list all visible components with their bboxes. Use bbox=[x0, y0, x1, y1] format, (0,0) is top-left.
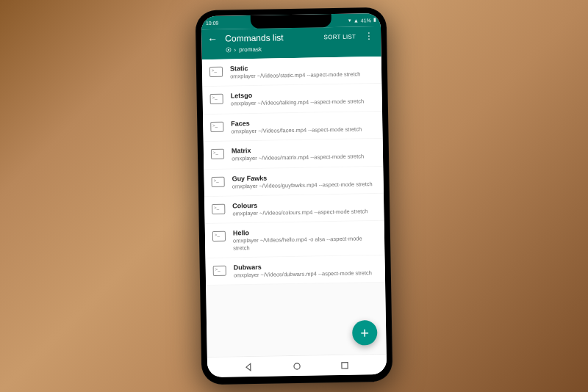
list-item[interactable]: Letsgoomxplayer ~/Videos/talking.mp4 --a… bbox=[202, 84, 382, 115]
status-time: 10:09 bbox=[206, 20, 219, 25]
commands-list[interactable]: Staticomxplayer ~/Videos/static.mp4 --as… bbox=[202, 57, 385, 286]
list-item-text: Letsgoomxplayer ~/Videos/talking.mp4 --a… bbox=[231, 90, 373, 107]
battery-text: 41% bbox=[361, 18, 371, 23]
list-item-text: Facesomxplayer ~/Videos/faces.mp4 --aspe… bbox=[231, 117, 373, 135]
status-indicators: ▾ ▲ 41% ▮ bbox=[348, 17, 376, 23]
display-notch bbox=[251, 14, 331, 29]
list-item[interactable]: Dubwarsomxplayer ~/Videos/dubwars.mp4 --… bbox=[205, 255, 385, 286]
plus-icon: + bbox=[360, 324, 369, 341]
list-item-text: Helloomxplayer ~/Videos/hello.mp4 -o als… bbox=[233, 227, 376, 251]
list-item[interactable]: Matrixomxplayer ~/Videos/matrix.mp4 --as… bbox=[204, 139, 384, 170]
terminal-icon bbox=[213, 266, 226, 276]
raspberry-icon: ⦿ bbox=[225, 46, 231, 53]
overflow-menu-button[interactable]: ⋮ bbox=[363, 32, 375, 40]
list-item-command: omxplayer ~/Videos/matrix.mp4 --aspect-m… bbox=[232, 153, 374, 162]
list-item-command: omxplayer ~/Videos/colours.mp4 --aspect-… bbox=[232, 208, 375, 217]
svg-point-0 bbox=[294, 363, 300, 369]
terminal-icon bbox=[210, 121, 223, 131]
app-bar: ← Commands list SORT LIST ⋮ ⦿ › promask bbox=[201, 26, 381, 59]
list-item-command: omxplayer ~/Videos/faces.mp4 --aspect-mo… bbox=[231, 126, 373, 135]
list-item[interactable]: Guy Fawksomxplayer ~/Videos/guyfawks.mp4… bbox=[204, 166, 384, 197]
signal-icon: ▲ bbox=[354, 18, 359, 23]
list-item-command: omxplayer ~/Videos/talking.mp4 --aspect-… bbox=[231, 98, 373, 107]
list-item-text: Coloursomxplayer ~/Videos/colours.mp4 --… bbox=[232, 200, 375, 217]
back-button[interactable]: ← bbox=[207, 34, 218, 44]
breadcrumb-host: promask bbox=[239, 46, 262, 54]
terminal-icon bbox=[210, 94, 223, 104]
system-home-button[interactable] bbox=[291, 360, 303, 371]
phone-frame: 10:09 ▾ ▲ 41% ▮ ← Commands list SORT LIS… bbox=[196, 7, 393, 385]
list-item[interactable]: Facesomxplayer ~/Videos/faces.mp4 --aspe… bbox=[203, 112, 383, 142]
content-area: Staticomxplayer ~/Videos/static.mp4 --as… bbox=[202, 57, 387, 357]
system-back-button[interactable] bbox=[243, 360, 255, 372]
system-recent-button[interactable] bbox=[339, 359, 351, 371]
terminal-icon bbox=[212, 204, 225, 214]
terminal-icon bbox=[211, 149, 224, 159]
list-item-command: omxplayer ~/Videos/dubwars.mp4 --aspect-… bbox=[234, 269, 376, 279]
add-command-fab[interactable]: + bbox=[352, 320, 378, 346]
breadcrumb-sep: › bbox=[234, 46, 236, 53]
list-item-text: Dubwarsomxplayer ~/Videos/dubwars.mp4 --… bbox=[234, 261, 376, 279]
wifi-icon: ▾ bbox=[348, 18, 351, 23]
list-item-command: omxplayer ~/Videos/hello.mp4 -o alsa --a… bbox=[233, 235, 376, 251]
system-nav-bar bbox=[207, 354, 387, 377]
breadcrumb[interactable]: ⦿ › promask bbox=[207, 44, 375, 54]
phone-screen: 10:09 ▾ ▲ 41% ▮ ← Commands list SORT LIS… bbox=[201, 13, 387, 377]
list-item[interactable]: Coloursomxplayer ~/Videos/colours.mp4 --… bbox=[204, 194, 384, 225]
list-item[interactable]: Staticomxplayer ~/Videos/static.mp4 --as… bbox=[202, 57, 382, 87]
svg-rect-1 bbox=[342, 362, 348, 368]
terminal-icon bbox=[209, 67, 223, 77]
list-item-command: omxplayer ~/Videos/static.mp4 --aspect-m… bbox=[230, 70, 373, 80]
terminal-icon bbox=[212, 231, 226, 242]
list-item-command: omxplayer ~/Videos/guyfawks.mp4 --aspect… bbox=[232, 181, 375, 190]
list-item-text: Matrixomxplayer ~/Videos/matrix.mp4 --as… bbox=[232, 145, 374, 162]
list-item-text: Guy Fawksomxplayer ~/Videos/guyfawks.mp4… bbox=[232, 173, 374, 190]
battery-icon: ▮ bbox=[373, 17, 376, 23]
page-title: Commands list bbox=[225, 32, 316, 43]
sort-list-button[interactable]: SORT LIST bbox=[323, 33, 356, 40]
list-item[interactable]: Helloomxplayer ~/Videos/hello.mp4 -o als… bbox=[205, 221, 385, 258]
terminal-icon bbox=[212, 176, 225, 186]
list-item-text: Staticomxplayer ~/Videos/static.mp4 --as… bbox=[230, 62, 373, 80]
